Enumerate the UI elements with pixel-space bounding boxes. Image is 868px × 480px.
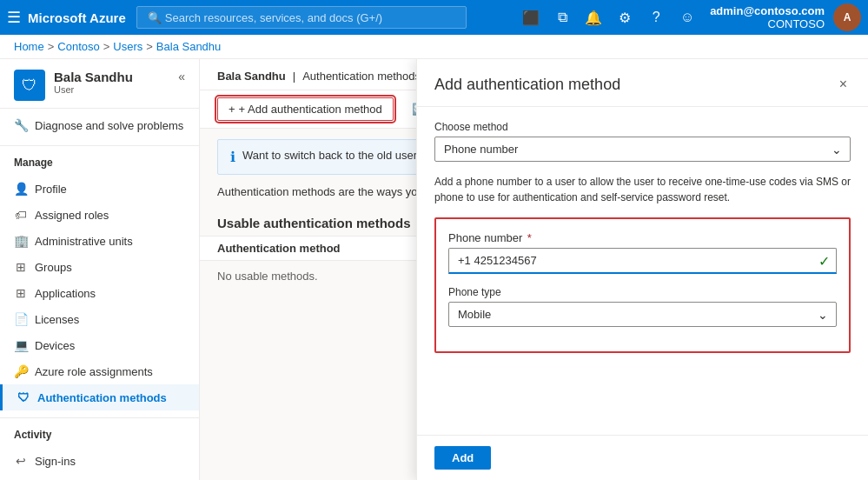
devices-label: Devices bbox=[35, 339, 75, 352]
wrench-icon: 🔧 bbox=[14, 118, 28, 132]
cloud-shell-icon[interactable]: ⬛ bbox=[517, 3, 545, 31]
sidebar-item-assigned-roles[interactable]: 🏷 Assigned roles bbox=[0, 202, 199, 228]
breadcrumb-user[interactable]: Bala Sandhu bbox=[156, 40, 221, 53]
sidebar-item-diagnose[interactable]: 🔧 Diagnose and solve problems bbox=[0, 112, 199, 138]
breadcrumb: Home > Contoso > Users > Bala Sandhu bbox=[0, 35, 868, 59]
sidebar-item-profile[interactable]: 👤 Profile bbox=[0, 176, 199, 202]
admin-units-label: Administrative units bbox=[35, 235, 133, 248]
azure-roles-label: Azure role assignments bbox=[35, 365, 153, 378]
choose-method-wrapper: Phone number bbox=[434, 137, 851, 162]
content-area: Bala Sandhu | Authentication methods + +… bbox=[200, 59, 868, 480]
sidebar-item-licenses[interactable]: 📄 Licenses bbox=[0, 306, 199, 332]
main-layout: 🛡 Bala Sandhu User « 🔧 Diagnose and solv… bbox=[0, 59, 868, 480]
add-icon: + bbox=[229, 103, 235, 116]
phone-type-wrapper: Mobile bbox=[448, 302, 837, 327]
choose-method-select[interactable]: Phone number bbox=[434, 137, 851, 162]
sidebar-activity-section: ↩ Sign-ins 📋 Audit logs bbox=[0, 444, 199, 480]
azure-logo: Microsoft Azure bbox=[28, 10, 126, 25]
sidebar-item-applications[interactable]: ⊞ Applications bbox=[0, 280, 199, 306]
azure-roles-icon: 🔑 bbox=[14, 364, 28, 378]
auth-methods-icon: 🛡 bbox=[17, 390, 30, 404]
applications-label: Applications bbox=[35, 287, 96, 300]
sidebar-user-role: User bbox=[54, 84, 133, 95]
panel-header: Add authentication method × bbox=[417, 59, 868, 107]
roles-icon: 🏷 bbox=[14, 208, 28, 222]
notifications-icon[interactable]: 🔔 bbox=[580, 3, 607, 31]
feedback-icon[interactable]: ☺ bbox=[673, 3, 701, 31]
breadcrumb-contoso[interactable]: Contoso bbox=[57, 40, 99, 53]
devices-icon: 💻 bbox=[14, 338, 28, 352]
sidebar-item-audit-logs[interactable]: 📋 Audit logs bbox=[0, 474, 199, 480]
nav-icons: ⬛ ⧉ 🔔 ⚙ ? ☺ admin@contoso.com CONTOSO A bbox=[517, 3, 861, 31]
profile-icon: 👤 bbox=[14, 182, 28, 196]
sidebar-divider-2 bbox=[0, 417, 199, 418]
help-icon[interactable]: ? bbox=[642, 3, 670, 31]
applications-icon: ⊞ bbox=[14, 286, 28, 300]
sidebar-item-admin-units[interactable]: 🏢 Administrative units bbox=[0, 228, 199, 254]
groups-icon: ⊞ bbox=[14, 260, 28, 274]
user-email: admin@contoso.com bbox=[710, 4, 825, 17]
add-authentication-method-button[interactable]: + + Add authentication method bbox=[217, 97, 394, 121]
phone-type-label: Phone type bbox=[448, 286, 837, 298]
phone-number-group: Phone number * ✓ bbox=[448, 231, 837, 274]
panel-close-button[interactable]: × bbox=[836, 73, 851, 96]
sidebar-item-auth-methods[interactable]: 🛡 Authentication methods bbox=[0, 384, 199, 410]
activity-label: Activity bbox=[0, 422, 199, 444]
phone-type-group: Phone type Mobile bbox=[448, 286, 837, 327]
breadcrumb-users[interactable]: Users bbox=[113, 40, 142, 53]
top-navigation: ☰ Microsoft Azure 🔍 Search resources, se… bbox=[0, 0, 868, 35]
sidebar-item-azure-roles[interactable]: 🔑 Azure role assignments bbox=[0, 358, 199, 384]
page-title-section: Authentication methods bbox=[302, 70, 421, 83]
phone-input-wrapper: ✓ bbox=[448, 248, 837, 274]
sidebar-item-sign-ins[interactable]: ↩ Sign-ins bbox=[0, 448, 199, 474]
panel-title: Add authentication method bbox=[434, 76, 620, 94]
manage-label: Manage bbox=[0, 150, 199, 172]
add-confirm-button[interactable]: Add bbox=[434, 446, 491, 470]
sidebar-section-diagnose: 🔧 Diagnose and solve problems bbox=[0, 109, 199, 142]
portal-settings-icon[interactable]: ⧉ bbox=[548, 3, 576, 31]
profile-label: Profile bbox=[35, 183, 67, 196]
description-text: Add a phone number to a user to allow th… bbox=[434, 174, 851, 205]
sidebar-user-name: Bala Sandhu bbox=[54, 70, 133, 84]
user-info[interactable]: admin@contoso.com CONTOSO bbox=[710, 4, 825, 30]
add-auth-method-panel: Add authentication method × Choose metho… bbox=[416, 59, 868, 480]
sidebar-collapse-icon[interactable]: « bbox=[178, 70, 185, 83]
licenses-label: Licenses bbox=[35, 313, 79, 326]
diagnose-label: Diagnose and solve problems bbox=[35, 119, 183, 132]
auth-methods-label: Authentication methods bbox=[37, 391, 167, 404]
form-box: Phone number * ✓ Phone type Mobile bbox=[434, 217, 851, 353]
panel-footer: Add bbox=[417, 435, 868, 480]
search-icon: 🔍 bbox=[148, 11, 162, 24]
panel-body: Choose method Phone number Add a phone n… bbox=[417, 107, 868, 435]
choose-method-group: Choose method Phone number bbox=[434, 121, 851, 162]
groups-label: Groups bbox=[35, 261, 72, 274]
checkmark-icon: ✓ bbox=[818, 253, 830, 270]
info-icon: ℹ bbox=[230, 149, 235, 165]
sidebar-header: 🛡 Bala Sandhu User « bbox=[0, 59, 199, 109]
empty-message: No usable methods. bbox=[217, 270, 318, 283]
admin-units-icon: 🏢 bbox=[14, 234, 28, 248]
sign-ins-label: Sign-ins bbox=[35, 455, 76, 468]
auth-method-column-header: Authentication method bbox=[217, 242, 341, 255]
sidebar-item-devices[interactable]: 💻 Devices bbox=[0, 332, 199, 358]
breadcrumb-home[interactable]: Home bbox=[14, 40, 44, 53]
sidebar: 🛡 Bala Sandhu User « 🔧 Diagnose and solv… bbox=[0, 59, 200, 480]
sidebar-header-text: Bala Sandhu User bbox=[54, 70, 133, 95]
search-bar[interactable]: 🔍 Search resources, services, and docs (… bbox=[136, 6, 467, 29]
sidebar-divider-1 bbox=[0, 145, 199, 146]
avatar[interactable]: A bbox=[833, 3, 861, 31]
sign-ins-icon: ↩ bbox=[14, 454, 28, 468]
sidebar-item-groups[interactable]: ⊞ Groups bbox=[0, 254, 199, 280]
choose-method-label: Choose method bbox=[434, 121, 851, 133]
hamburger-menu[interactable]: ☰ bbox=[7, 8, 21, 27]
phone-type-select[interactable]: Mobile bbox=[448, 302, 837, 327]
assigned-roles-label: Assigned roles bbox=[35, 209, 109, 222]
page-title-user: Bala Sandhu bbox=[217, 70, 286, 83]
required-marker: * bbox=[527, 231, 532, 244]
phone-number-input[interactable] bbox=[448, 248, 837, 274]
phone-number-label: Phone number * bbox=[448, 231, 837, 244]
user-shield-icon: 🛡 bbox=[14, 70, 45, 101]
settings-icon[interactable]: ⚙ bbox=[611, 3, 639, 31]
search-placeholder: Search resources, services, and docs (G+… bbox=[165, 11, 382, 24]
user-tenant: CONTOSO bbox=[710, 17, 825, 30]
